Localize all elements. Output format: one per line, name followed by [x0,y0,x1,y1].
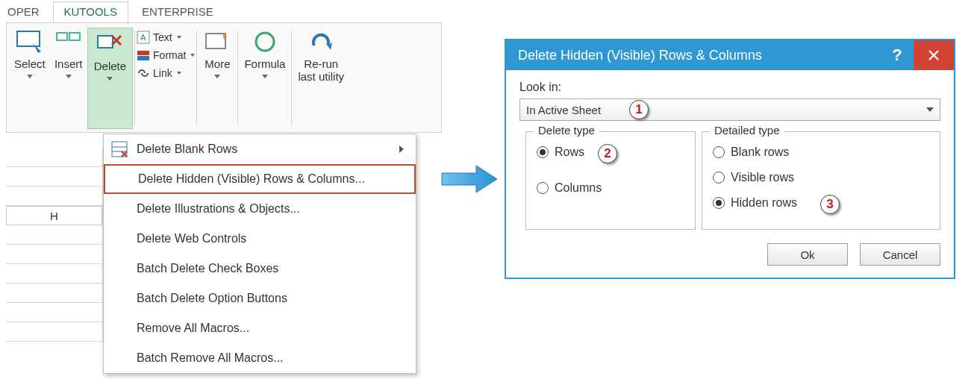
tab-enterprise[interactable]: ENTERPRISE [131,2,224,22]
delete-icon [96,31,124,57]
ribbon-text[interactable]: A Text [137,31,195,44]
link-icon [137,66,150,80]
ribbon-formula[interactable]: Formula [240,28,290,129]
more-icon [203,29,231,54]
column-header-h[interactable]: H [6,206,102,225]
look-in-combo[interactable]: In Active Sheet 1 [519,98,940,121]
radio-icon [537,182,549,194]
caret-icon [27,75,33,78]
cell[interactable] [6,245,102,264]
ribbon-insert[interactable]: Insert [50,28,87,129]
caret-icon [177,72,181,75]
detailed-type-group: Detailed type Blank rows Visible rows Hi… [702,131,940,230]
svg-rect-6 [137,51,149,55]
ribbon-delete[interactable]: Delete [87,28,133,129]
text-icon: A [137,31,150,44]
flow-arrow-icon [440,163,499,195]
ribbon-format[interactable]: Format [137,48,195,62]
ribbon-select[interactable]: Select [10,28,50,129]
tab-kutools[interactable]: KUTOOLS [53,1,128,22]
look-in-label: Look in: [519,81,940,94]
menu-batch-remove-all-macros[interactable]: Batch Remove All Macros... [104,343,416,373]
menu-delete-blank-rows[interactable]: Delete Blank Rows [104,134,416,164]
caret-icon [262,75,268,78]
insert-icon [54,29,83,54]
ribbon-tabs: OPER KUTOOLS ENTERPRISE [6,0,442,22]
detailed-type-legend: Detailed type [710,124,784,137]
menu-batch-delete-option-buttons[interactable]: Batch Delete Option Buttons [104,284,416,313]
ribbon-rerun[interactable]: Re-runlast utility [293,28,349,129]
caret-icon [66,75,72,78]
ok-button[interactable]: Ok [767,243,848,266]
separator [134,31,135,126]
rerun-icon [307,29,335,54]
radio-icon [713,146,725,158]
svg-text:A: A [140,33,146,42]
delete-hidden-dialog: Delete Hidden (Visible) Rows & Columns ?… [505,39,955,279]
cell[interactable] [6,284,102,303]
delete-dropdown-menu: Delete Blank Rows Delete Hidden (Visible… [103,134,416,374]
close-button[interactable] [914,40,954,70]
svg-rect-2 [69,33,80,40]
separator [196,31,197,126]
formula-icon [251,29,279,54]
svg-rect-1 [57,33,67,40]
caret-icon [190,54,195,57]
dialog-titlebar[interactable]: Delete Hidden (Visible) Rows & Columns ? [506,40,954,70]
look-in-value: In Active Sheet [526,104,601,116]
svg-rect-7 [137,56,149,60]
radio-columns[interactable]: Columns [537,175,684,201]
caret-icon [214,75,220,78]
radio-visible-rows[interactable]: Visible rows [713,165,929,190]
callout-3: 3 [820,195,840,214]
tab-developer-partial[interactable]: OPER [6,2,50,22]
cell[interactable] [6,322,102,342]
cancel-button[interactable]: Cancel [860,243,940,266]
cell[interactable] [6,264,102,284]
ribbon: Select Insert Delete A Text Format [6,22,442,133]
svg-rect-0 [17,31,40,46]
separator [237,31,238,126]
cell[interactable] [6,303,102,322]
callout-2: 2 [598,144,617,163]
svg-rect-3 [98,36,113,48]
delete-type-group: Delete type Rows Columns 2 [525,131,696,230]
ribbon-mini-group: A Text Format Link [137,28,195,80]
radio-icon [713,197,725,209]
cell[interactable] [6,225,102,245]
separator [291,31,292,126]
caret-icon [177,36,181,39]
delete-type-legend: Delete type [534,124,599,137]
menu-delete-hidden-rows-columns[interactable]: Delete Hidden (Visible) Rows & Columns..… [104,164,416,194]
select-icon [16,29,44,54]
svg-point-9 [256,33,274,51]
worksheet-grid: H [6,148,103,342]
close-icon [927,48,940,62]
ribbon-link[interactable]: Link [137,66,195,80]
help-button[interactable]: ? [881,46,914,65]
chevron-down-icon [926,107,934,112]
dialog-title: Delete Hidden (Visible) Rows & Columns [518,48,762,63]
grid-x-icon [111,141,128,157]
radio-blank-rows[interactable]: Blank rows [713,140,929,165]
menu-delete-illustrations[interactable]: Delete Illustrations & Objects... [104,194,416,224]
radio-icon [537,146,549,158]
menu-remove-all-macros[interactable]: Remove All Macros... [104,313,416,343]
menu-delete-web-controls[interactable]: Delete Web Controls [104,224,416,254]
submenu-arrow-icon [399,145,404,153]
callout-1: 1 [629,100,649,119]
radio-icon [713,172,725,184]
menu-batch-delete-checkboxes[interactable]: Batch Delete Check Boxes [104,254,416,284]
caret-icon [107,77,113,81]
ribbon-more[interactable]: More [199,28,236,129]
svg-rect-8 [206,34,225,48]
format-icon [137,48,150,62]
